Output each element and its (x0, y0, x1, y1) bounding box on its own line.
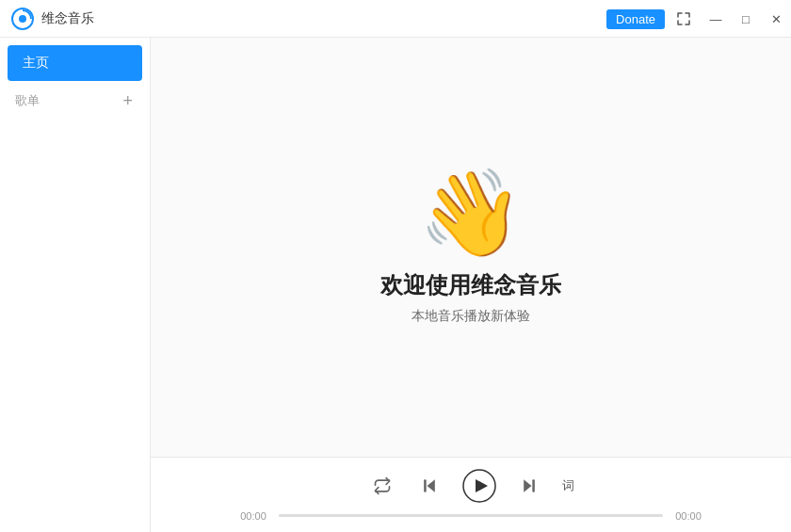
fullscreen-button[interactable] (670, 8, 697, 30)
time-total: 00:00 (670, 510, 706, 522)
lyrics-button[interactable]: 词 (562, 477, 574, 494)
repeat-button[interactable] (368, 472, 396, 500)
prev-icon (420, 476, 439, 495)
svg-marker-5 (476, 479, 488, 492)
next-icon (520, 476, 539, 495)
add-playlist-button[interactable]: + (121, 92, 135, 109)
content-area: 👋 欢迎使用维念音乐 本地音乐播放新体验 (151, 38, 791, 532)
title-bar: 维念音乐 Donate — □ ✕ (0, 0, 791, 38)
sidebar-item-home[interactable]: 主页 (8, 45, 142, 81)
play-button[interactable] (462, 469, 496, 503)
svg-rect-7 (532, 479, 535, 492)
app-branding: 维念音乐 (11, 8, 94, 30)
fullscreen-icon (677, 12, 690, 25)
minimize-button[interactable]: — (701, 4, 731, 34)
donate-button[interactable]: Donate (606, 9, 665, 29)
maximize-button[interactable]: □ (731, 4, 761, 34)
app-logo-icon (11, 8, 34, 30)
welcome-title: 欢迎使用维念音乐 (380, 270, 561, 300)
window-controls: Donate — □ ✕ (606, 0, 791, 38)
sidebar-playlist-section: 歌单 + (0, 85, 150, 113)
repeat-icon (373, 476, 392, 495)
progress-row: 00:00 00:00 (235, 510, 706, 522)
next-button[interactable] (515, 472, 543, 500)
time-current: 00:00 (235, 510, 271, 522)
progress-track[interactable] (279, 514, 663, 517)
welcome-emoji: 👋 (418, 170, 524, 255)
app-title: 维念音乐 (41, 10, 94, 27)
welcome-subtitle: 本地音乐播放新体验 (412, 308, 530, 325)
sidebar-playlist-label: 歌单 (15, 92, 121, 109)
play-icon (462, 469, 496, 503)
main-layout: 主页 歌单 + 👋 欢迎使用维念音乐 本地音乐播放新体验 (0, 38, 791, 532)
svg-rect-3 (424, 479, 427, 492)
player-bar: 词 00:00 00:00 (151, 457, 791, 532)
prev-button[interactable] (415, 472, 444, 500)
svg-marker-2 (427, 479, 434, 492)
player-controls: 词 (368, 469, 574, 503)
close-button[interactable]: ✕ (761, 4, 791, 34)
svg-point-1 (19, 15, 26, 23)
svg-marker-6 (524, 479, 531, 492)
welcome-section: 👋 欢迎使用维念音乐 本地音乐播放新体验 (151, 38, 791, 457)
sidebar: 主页 歌单 + (0, 38, 151, 532)
